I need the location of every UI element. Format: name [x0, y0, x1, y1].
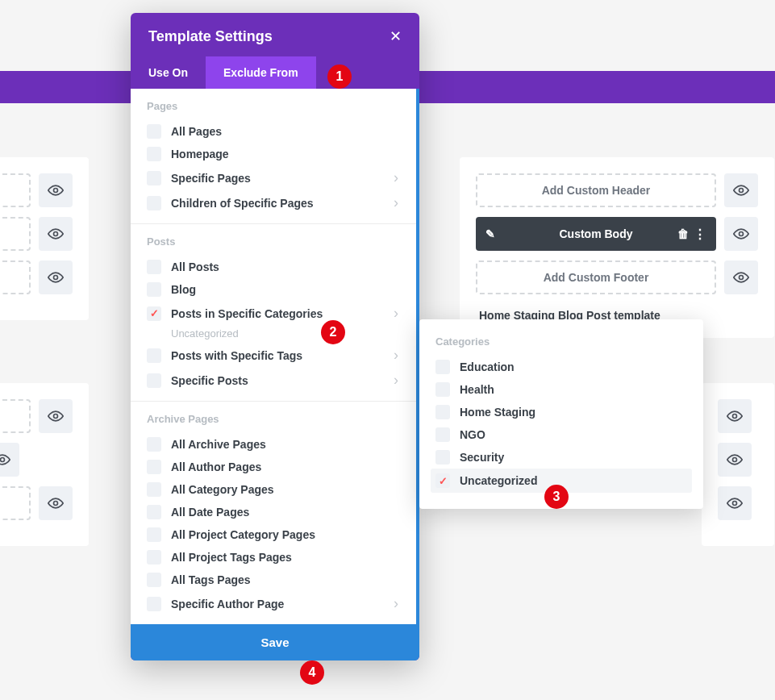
eye-button[interactable] — [0, 443, 19, 477]
checkbox[interactable] — [147, 505, 161, 519]
dots-icon[interactable]: ⋮ — [694, 227, 706, 242]
row-all-archive[interactable]: All Archive Pages — [147, 433, 400, 456]
categories-title: Categories — [435, 335, 687, 348]
row-all-date[interactable]: All Date Pages — [147, 501, 400, 523]
annotation-2: 2 — [321, 320, 345, 344]
add-footer-slot[interactable]: Add Custom Footer — [476, 260, 716, 294]
tab-exclude-from[interactable]: Exclude From — [206, 56, 316, 89]
checkbox[interactable] — [147, 573, 161, 587]
bg-card-right-bottom — [702, 383, 774, 546]
checkbox[interactable] — [435, 405, 450, 419]
svg-point-4 — [1, 458, 5, 462]
pencil-icon: ✎ — [485, 227, 495, 240]
eye-button[interactable] — [39, 260, 73, 294]
bg-placeholder[interactable] — [0, 217, 31, 251]
section-title-archive: Archive Pages — [147, 413, 400, 425]
cat-row-security[interactable]: Security — [435, 446, 687, 469]
chevron-right-icon: › — [394, 169, 400, 186]
bg-card-left-top — [0, 157, 89, 320]
checkbox[interactable] — [147, 171, 161, 185]
checkbox[interactable] — [147, 348, 161, 363]
bg-placeholder[interactable] — [0, 486, 31, 520]
close-icon[interactable]: ✕ — [390, 27, 402, 45]
row-all-pages[interactable]: All Pages — [147, 120, 400, 143]
chevron-right-icon: › — [394, 194, 400, 211]
checkbox[interactable] — [147, 482, 161, 497]
row-posts-in-categories[interactable]: ✓ Posts in Specific Categories › — [147, 301, 400, 326]
chevron-right-icon: › — [394, 595, 400, 612]
eye-button[interactable] — [39, 399, 73, 433]
svg-point-3 — [54, 415, 58, 419]
bg-card-left-bottom: 🗑 ⋮ — [0, 383, 89, 546]
checkbox[interactable] — [147, 373, 161, 388]
cat-row-home-staging[interactable]: Home Staging — [435, 401, 687, 423]
row-all-category[interactable]: All Category Pages — [147, 478, 400, 501]
checkbox[interactable] — [147, 124, 161, 139]
checkbox-checked[interactable]: ✓ — [147, 306, 161, 321]
svg-point-5 — [54, 502, 58, 506]
eye-button[interactable] — [724, 173, 758, 207]
chevron-right-icon: › — [394, 347, 400, 364]
cat-row-education[interactable]: Education — [435, 356, 687, 378]
checkbox[interactable] — [147, 260, 161, 274]
bg-placeholder[interactable] — [0, 399, 31, 433]
custom-body-label: Custom Body — [560, 227, 633, 240]
eye-button[interactable] — [39, 217, 73, 251]
cat-row-ngo[interactable]: NGO — [435, 423, 687, 446]
row-all-tags[interactable]: All Tags Pages — [147, 569, 400, 591]
eye-button[interactable] — [724, 260, 758, 294]
checkbox[interactable] — [435, 360, 450, 374]
checkbox[interactable] — [147, 550, 161, 565]
row-specific-author[interactable]: Specific Author Page› — [147, 591, 400, 616]
checkbox[interactable] — [435, 382, 450, 397]
save-button[interactable]: Save — [131, 624, 419, 660]
annotation-1: 1 — [327, 65, 352, 89]
section-pages: Pages All Pages Homepage Specific Pages›… — [131, 89, 416, 224]
row-posts-specific-tags[interactable]: Posts with Specific Tags› — [147, 343, 400, 368]
checkbox[interactable] — [435, 427, 450, 442]
section-posts: Posts All Posts Blog ✓ Posts in Specific… — [131, 224, 416, 402]
modal-body: Pages All Pages Homepage Specific Pages›… — [131, 89, 419, 624]
checkbox-checked[interactable]: ✓ — [435, 473, 450, 488]
svg-point-9 — [733, 415, 737, 419]
row-specific-pages[interactable]: Specific Pages› — [147, 165, 400, 190]
svg-point-0 — [54, 189, 58, 193]
eye-button[interactable] — [39, 173, 73, 207]
checkbox[interactable] — [147, 527, 161, 542]
trash-icon[interactable]: 🗑 — [677, 227, 689, 240]
section-title-posts: Posts — [147, 235, 400, 248]
row-all-posts[interactable]: All Posts — [147, 256, 400, 278]
svg-point-11 — [733, 502, 737, 506]
template-settings-modal: Template Settings ✕ Use On Exclude From … — [131, 13, 419, 660]
eye-button[interactable] — [718, 443, 752, 477]
row-all-project-category[interactable]: All Project Category Pages — [147, 523, 400, 546]
eye-button[interactable] — [718, 486, 752, 520]
cat-row-health[interactable]: Health — [435, 378, 687, 401]
row-specific-posts[interactable]: Specific Posts› — [147, 368, 400, 393]
row-children-pages[interactable]: Children of Specific Pages› — [147, 190, 400, 215]
custom-body-slot[interactable]: ✎ Custom Body 🗑 ⋮ — [476, 217, 716, 251]
svg-point-10 — [733, 458, 737, 462]
annotation-4: 4 — [300, 660, 324, 685]
eye-button[interactable] — [718, 399, 752, 433]
checkbox[interactable] — [147, 460, 161, 474]
eye-button[interactable] — [724, 217, 758, 251]
row-all-author[interactable]: All Author Pages — [147, 456, 400, 478]
add-header-slot[interactable]: Add Custom Header — [476, 173, 716, 207]
bg-placeholder[interactable] — [0, 173, 31, 207]
tab-use-on[interactable]: Use On — [131, 56, 206, 89]
modal-title: Template Settings — [148, 28, 273, 45]
checkbox[interactable] — [147, 282, 161, 297]
eye-button[interactable] — [39, 486, 73, 520]
row-blog[interactable]: Blog — [147, 278, 400, 301]
checkbox[interactable] — [147, 597, 161, 611]
svg-point-2 — [54, 276, 58, 280]
annotation-3: 3 — [544, 485, 569, 509]
checkbox[interactable] — [147, 196, 161, 210]
checkbox[interactable] — [435, 450, 450, 465]
checkbox[interactable] — [147, 147, 161, 161]
checkbox[interactable] — [147, 437, 161, 452]
row-homepage[interactable]: Homepage — [147, 143, 400, 165]
bg-placeholder[interactable] — [0, 260, 31, 294]
row-all-project-tags[interactable]: All Project Tags Pages — [147, 546, 400, 569]
